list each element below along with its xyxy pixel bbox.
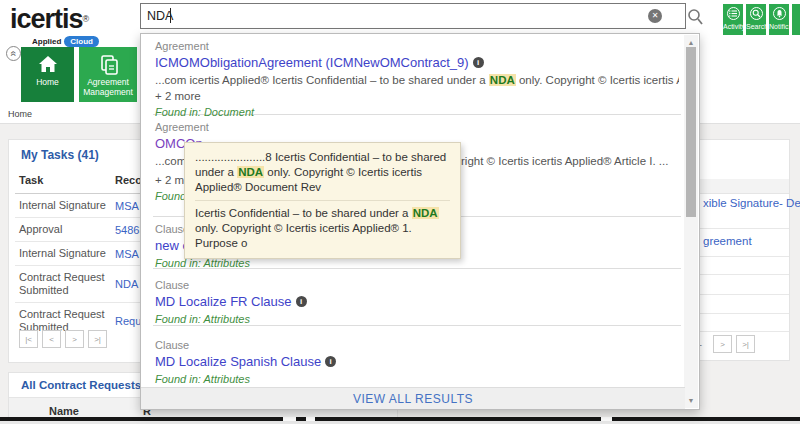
result-title-link[interactable]: ICMOMObligationAgreement (ICMNewOMContra… [155, 55, 679, 70]
my-tasks-title[interactable]: My Tasks (41) [21, 148, 99, 162]
tooltip-match-1: ......................8 Icertis Confiden… [195, 150, 450, 195]
search-results-dropdown: Agreement ICMOMObligationAgreement (ICMN… [140, 33, 700, 410]
global-search-input[interactable] [140, 3, 686, 29]
tooltip-match-2: Icertis Confidential – to be shared unde… [195, 200, 450, 251]
home-tile-label: Home [21, 78, 74, 88]
result-snippet: ...com icertis Applied® Icertis Confiden… [155, 74, 679, 86]
pager-first-button[interactable]: |< [19, 330, 38, 348]
agreement-management-tile-label: Agreement Management [79, 78, 137, 97]
result-category: Agreement [155, 40, 679, 52]
search-result-clause-3[interactable]: Clause MD Localize Spanish Clausei Found… [153, 326, 681, 384]
dropdown-scrollbar[interactable]: ▲ ▼ [684, 35, 698, 408]
activity-list-icon [727, 7, 740, 20]
chevron-double-up-icon: « [7, 51, 20, 57]
pager-last-button[interactable]: >| [736, 335, 755, 353]
bell-icon [773, 7, 786, 20]
search-label: Search [746, 23, 766, 30]
record-link[interactable]: MSA [115, 248, 139, 260]
notifications-label: Notific... [769, 23, 789, 30]
result-category: Clause [155, 339, 679, 351]
activity-label: Activity [723, 23, 743, 30]
column-task[interactable]: Task [15, 174, 111, 187]
task-cell: Internal Signature [15, 247, 111, 260]
pager-next-button[interactable]: > [713, 335, 732, 353]
search-result-agreement-1[interactable]: Agreement ICMOMObligationAgreement (ICMN… [153, 34, 681, 115]
pager-next-button[interactable]: > [65, 330, 84, 348]
more-matches[interactable]: + 2 more [155, 90, 679, 102]
cloud-badge: Cloud [64, 36, 99, 47]
applied-label: Applied [32, 37, 61, 46]
view-all-results-button[interactable]: VIEW ALL RESULTS [141, 387, 685, 409]
search-button[interactable]: Search [746, 4, 766, 35]
notifications-button[interactable]: Notific... [769, 4, 789, 35]
breadcrumb[interactable]: Home [8, 109, 32, 119]
result-title-link[interactable]: MD Localize FR Clausei [155, 294, 679, 309]
info-icon[interactable]: i [296, 296, 307, 307]
search-icon [750, 7, 763, 20]
column-name[interactable]: Name [49, 405, 79, 417]
brand-text: icertis [10, 4, 83, 34]
search-result-clause-2[interactable]: Clause MD Localize FR Clausei Found in: … [153, 269, 681, 326]
scroll-up-icon[interactable]: ▲ [684, 39, 698, 46]
right-panel-link-1[interactable]: xible Signature- Demo- [703, 197, 800, 209]
scrollbar-thumb[interactable] [686, 47, 696, 217]
registered-mark: ® [83, 14, 90, 24]
documents-icon [79, 54, 137, 74]
nav-tile-agreement-management[interactable]: Agreement Management [79, 47, 137, 102]
info-icon[interactable]: i [473, 57, 484, 68]
logo-subtitle: AppliedCloud [32, 36, 99, 47]
info-icon[interactable]: i [325, 356, 336, 367]
record-link[interactable]: MSA [115, 200, 139, 212]
result-category: Agreement [155, 121, 679, 133]
highlight-term: NDA [489, 74, 516, 86]
result-title-link[interactable]: MD Localize Spanish Clausei [155, 354, 679, 369]
nav-tile-home[interactable]: Home [21, 47, 74, 102]
pager-last-button[interactable]: >| [88, 330, 107, 348]
logo: icertis® [10, 4, 89, 35]
found-in: Found in: Attributes [155, 373, 679, 385]
collapse-nav-button[interactable]: « [6, 46, 21, 61]
found-in: Found in: Attributes [155, 313, 679, 325]
right-panel-link-2[interactable]: greement [703, 235, 752, 247]
clear-search-icon[interactable]: ✕ [648, 9, 662, 23]
result-category: Clause [155, 279, 679, 291]
text-caret [170, 8, 171, 23]
home-icon [21, 54, 74, 74]
record-link[interactable]: NDA [115, 278, 138, 290]
task-cell: Internal Signature [15, 199, 111, 212]
highlight-term: NDA [412, 207, 439, 219]
scroll-down-icon[interactable]: ▼ [684, 397, 698, 404]
cut-action-button[interactable] [792, 4, 800, 35]
right-panel-pager: > >| [713, 335, 755, 353]
pager-prev-button[interactable]: < [42, 330, 61, 348]
search-magnifier-icon[interactable] [687, 8, 704, 26]
snippet-tooltip: ......................8 Icertis Confiden… [184, 142, 461, 259]
activity-button[interactable]: Activity [723, 4, 743, 35]
highlight-term: NDA [237, 166, 264, 178]
task-cell: Contract Request Submitted [15, 271, 111, 297]
task-cell: Approval [15, 223, 111, 236]
my-tasks-pager: |< < > >| [19, 330, 107, 348]
